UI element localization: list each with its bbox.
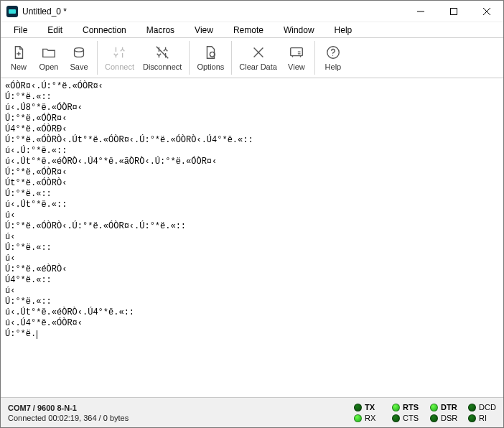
close-icon xyxy=(483,8,490,15)
terminal-line: Ú:°*ë.«:: xyxy=(5,189,499,200)
disconnect-label: Disconnect xyxy=(143,62,182,71)
status-port: COM7 / 9600 8-N-1 xyxy=(8,404,354,412)
led-label: DCD xyxy=(479,403,496,411)
terminal-line: Ú:°*ë. xyxy=(5,329,499,340)
terminal-line: ú‹.Ú4°*ë.«ÓÒR¤‹ xyxy=(5,318,499,329)
terminal-line: Ú:°*ë.«ÓÒRÒ‹.Út°*ë.«ÓÒR¤‹.Ú:°*ë.«ÓÒRÒ‹.Ú… xyxy=(5,135,499,146)
terminal-line: Ú:°*ë.«ÓÒR¤‹ xyxy=(5,167,499,178)
led-cts: CTS xyxy=(392,414,420,422)
clear-data-button[interactable]: Clear Data xyxy=(235,40,281,75)
terminal-line: «ÓÒR¤‹.Ú:°*ë.«ÓÒR¤‹ xyxy=(5,81,499,92)
new-label: New xyxy=(11,62,27,71)
save-label: Save xyxy=(70,62,88,71)
led-label: RX xyxy=(365,414,382,422)
terminal-line: ú‹ xyxy=(5,232,499,243)
menubar: File Edit Connection Macros View Remote … xyxy=(1,22,503,38)
maximize-icon xyxy=(450,8,457,15)
maximize-button[interactable] xyxy=(437,1,470,22)
led-rts: RTS xyxy=(392,403,420,411)
svg-rect-0 xyxy=(451,8,457,14)
folder-icon xyxy=(41,45,57,60)
view-button[interactable]: View xyxy=(281,40,312,75)
led-label: RTS xyxy=(403,403,420,411)
led-label: DSR xyxy=(441,414,458,422)
view-label: View xyxy=(288,62,305,71)
terminal-line: Út°*ë.«ÓÒRÒ‹ xyxy=(5,178,499,189)
led-label: TX xyxy=(365,403,382,411)
window-controls xyxy=(404,1,503,22)
connect-label: Connect xyxy=(105,62,134,71)
terminal-output[interactable]: «ÓÒR¤‹.Ú:°*ë.«ÓÒR¤‹Ú:°*ë.«::ú‹.Ú8°*ë.«ÓÒ… xyxy=(1,78,503,397)
terminal-line: ú‹ xyxy=(5,210,499,221)
led-indicator-icon xyxy=(430,404,438,411)
open-label: Open xyxy=(39,62,59,71)
app-icon xyxy=(6,6,18,17)
led-indicator-icon xyxy=(354,404,362,411)
save-icon xyxy=(71,45,87,60)
led-label: RI xyxy=(479,414,496,422)
save-button[interactable]: Save xyxy=(64,40,94,75)
close-button[interactable] xyxy=(470,1,503,22)
svg-rect-3 xyxy=(291,48,303,56)
led-ri: RI xyxy=(468,414,496,422)
clear-icon xyxy=(251,45,266,60)
terminal-line: Ú:°*ë.«ÓÒR¤‹ xyxy=(5,113,499,124)
help-icon xyxy=(325,45,341,60)
led-indicator-icon xyxy=(354,414,362,422)
terminal-line: Ú:°*ë.«:: xyxy=(5,243,499,253)
led-indicator-icon xyxy=(468,404,476,411)
menu-connection[interactable]: Connection xyxy=(73,24,136,37)
menu-remote[interactable]: Remote xyxy=(223,24,274,37)
titlebar: Untitled_0 * xyxy=(1,1,503,22)
menu-help[interactable]: Help xyxy=(325,24,363,37)
led-dcd: DCD xyxy=(468,403,496,411)
new-file-icon xyxy=(11,45,27,60)
led-label: DTR xyxy=(441,403,458,411)
disconnect-icon xyxy=(154,45,170,60)
terminal-line: Ú4°*ë.«:: xyxy=(5,275,499,286)
led-label: CTS xyxy=(403,414,420,422)
options-label: Options xyxy=(197,62,224,71)
terminal-line: ú‹.Ú8°*ë.«ÓÒR¤‹ xyxy=(5,103,499,113)
menu-file[interactable]: File xyxy=(4,24,37,37)
led-dtr: DTR xyxy=(430,403,458,411)
menu-view[interactable]: View xyxy=(185,24,223,37)
led-dsr: DSR xyxy=(430,414,458,422)
toolbar: New Open Save Connect Disconnect xyxy=(1,38,503,78)
led-tx: TX xyxy=(354,403,382,411)
menu-macros[interactable]: Macros xyxy=(136,24,185,37)
terminal-line: Ú4°*ë.«ÓÒRÐ‹ xyxy=(5,124,499,135)
new-button[interactable]: New xyxy=(4,40,34,75)
terminal-line: ú‹ xyxy=(5,253,499,264)
terminal-line: Ú:°*ë.«éÒRÒ‹ xyxy=(5,264,499,275)
terminal-line: ú‹ xyxy=(5,286,499,297)
menu-window[interactable]: Window xyxy=(274,24,325,37)
minimize-icon xyxy=(417,8,424,15)
terminal-line: Ú:°*ë.«:: xyxy=(5,92,499,103)
statusbar: COM7 / 9600 8-N-1 Connected 00:02:19, 36… xyxy=(1,397,503,427)
text-cursor xyxy=(37,330,37,339)
status-connected: Connected 00:02:19, 364 / 0 bytes xyxy=(8,414,354,422)
terminal-line: ú‹.Út°*ë.«:: xyxy=(5,200,499,210)
connect-button: Connect xyxy=(101,40,139,75)
terminal-line: Ú:°*ë.«ÓÒRÒ‹.Ú:°*ë.«ÓÒR¤‹.Ú:°*ë.«:: xyxy=(5,221,499,232)
terminal-line: Ú:°*ë.«:: xyxy=(5,297,499,307)
view-icon xyxy=(289,45,304,60)
svg-point-5 xyxy=(332,55,333,55)
connect-icon xyxy=(111,45,127,60)
led-indicator-icon xyxy=(430,414,438,422)
led-indicator-icon xyxy=(392,414,400,422)
window-title: Untitled_0 * xyxy=(22,6,404,17)
disconnect-button[interactable]: Disconnect xyxy=(139,40,186,75)
led-indicator-icon xyxy=(468,414,476,422)
open-button[interactable]: Open xyxy=(34,40,64,75)
menu-edit[interactable]: Edit xyxy=(37,24,73,37)
led-rx: RX xyxy=(354,414,382,422)
status-leds: TXRXRTSCTSDTRDSRDCDRI xyxy=(354,403,496,422)
svg-point-1 xyxy=(75,48,84,52)
help-button[interactable]: Help xyxy=(318,40,348,75)
minimize-button[interactable] xyxy=(404,1,437,22)
clear-data-label: Clear Data xyxy=(239,62,277,71)
options-button[interactable]: Options xyxy=(192,40,228,75)
terminal-line: ú‹.Ú:°*ë.«:: xyxy=(5,146,499,157)
